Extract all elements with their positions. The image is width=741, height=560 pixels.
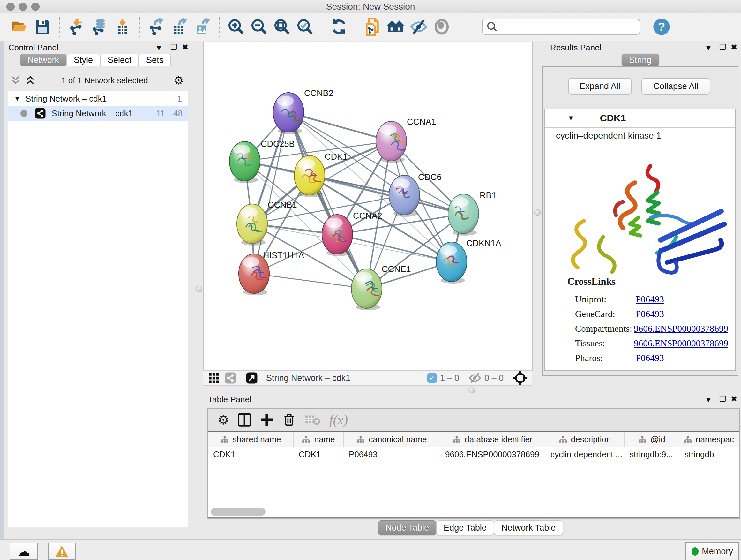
selected-checkbox-icon[interactable]: ✓ — [427, 373, 437, 383]
gene-collapse-icon[interactable]: ▼ — [567, 114, 575, 122]
gene-header-row[interactable]: ▼ CDK1 — [545, 109, 735, 128]
network-edge[interactable] — [254, 112, 288, 273]
grid-view-icon[interactable] — [208, 372, 220, 384]
bottom-splitter-handle[interactable] — [468, 387, 475, 393]
network-options-gear-icon[interactable]: ⚙ — [174, 75, 184, 86]
toolbar-separator — [355, 17, 356, 37]
import-network-database-icon[interactable] — [90, 17, 110, 37]
column-header-shared-name[interactable]: shared name — [208, 432, 293, 447]
collapse-all-button[interactable]: Collapse All — [642, 78, 711, 95]
hidden-count: 0 – 0 — [484, 373, 503, 383]
crosslink-link[interactable]: 9606.ENSP00000378699 — [634, 323, 728, 334]
hide-selected-icon[interactable] — [409, 17, 428, 37]
table-header-row: shared namenamecanonical namedatabase id… — [208, 432, 739, 447]
left-splitter-handle[interactable] — [196, 286, 202, 292]
network-node-count: 11 — [156, 109, 165, 118]
search-box[interactable] — [482, 19, 640, 35]
network-node-CCNE1[interactable] — [351, 269, 382, 310]
network-node-CDC25B[interactable] — [229, 141, 260, 183]
warnings-button[interactable] — [48, 543, 76, 560]
results-panel-collapse-icon[interactable]: ▼ — [704, 44, 712, 52]
tab-style[interactable]: Style — [66, 54, 100, 66]
network-row[interactable]: String Network – cdk1 11 48 — [8, 106, 188, 121]
control-panel-title: Control Panel — [8, 43, 59, 53]
network-edge[interactable] — [254, 273, 367, 289]
crosslink-link[interactable]: P06493 — [636, 294, 664, 305]
network-edge[interactable] — [288, 112, 367, 289]
table-cell: cyclin-dependent ... — [545, 447, 624, 462]
import-table-icon[interactable] — [113, 17, 132, 37]
right-splitter-handle[interactable] — [534, 209, 541, 216]
tab-node-table[interactable]: Node Table — [378, 520, 436, 535]
table-panel-close-icon[interactable]: ✖ — [731, 395, 737, 403]
tab-network-table[interactable]: Network Table — [494, 520, 563, 535]
expand-all-button[interactable]: Expand All — [568, 78, 632, 95]
collection-expand-icon[interactable]: ▼ — [14, 95, 20, 103]
column-header-database-identifier[interactable]: database identifier — [440, 432, 545, 447]
network-node-CCNB2[interactable] — [273, 92, 304, 134]
column-header-namespac[interactable]: namespac — [679, 432, 738, 447]
column-header-@id[interactable]: @id — [624, 432, 679, 447]
export-table-icon[interactable] — [170, 17, 189, 37]
birds-eye-view-icon[interactable] — [246, 372, 258, 384]
import-network-file-icon[interactable] — [67, 17, 86, 37]
crosslink-link[interactable]: 9606.ENSP00000378699 — [634, 338, 728, 349]
table-settings-gear-icon[interactable]: ⚙ — [218, 413, 229, 427]
search-input[interactable] — [500, 22, 639, 32]
gene-description: cyclin–dependent kinase 1 — [545, 128, 735, 144]
share-view-icon[interactable] — [224, 372, 237, 384]
collapse-all-chevron-icon[interactable] — [10, 75, 21, 86]
refresh-icon[interactable] — [329, 17, 349, 37]
tab-select[interactable]: Select — [100, 54, 139, 66]
table-horizontal-scrollbar[interactable] — [211, 508, 266, 516]
control-panel-collapse-icon[interactable]: ▼ — [155, 44, 163, 52]
network-node-CCNA1[interactable] — [376, 121, 407, 163]
show-all-icon[interactable] — [432, 17, 452, 37]
table-panel-collapse-icon[interactable]: ▼ — [704, 395, 712, 404]
fit-content-crosshair-icon[interactable] — [513, 371, 528, 385]
network-collection-row[interactable]: ▼ String Network – cdk1 1 — [8, 91, 188, 106]
zoom-fit-icon[interactable] — [272, 17, 292, 37]
help-icon[interactable]: ? — [652, 17, 671, 37]
cloud-button[interactable]: ☁ — [10, 543, 38, 560]
column-header-description[interactable]: description — [545, 432, 624, 447]
zoom-in-icon[interactable] — [226, 17, 246, 37]
tab-edge-table[interactable]: Edge Table — [436, 520, 494, 535]
share-document-icon[interactable] — [363, 17, 383, 37]
tab-sets[interactable]: Sets — [139, 54, 171, 66]
column-header-canonical-name[interactable]: canonical name — [344, 432, 440, 447]
column-header-name[interactable]: name — [293, 432, 344, 447]
show-columns-icon[interactable] — [238, 413, 252, 427]
network-node-CDKN1A[interactable] — [436, 242, 467, 284]
open-session-icon[interactable] — [10, 17, 30, 37]
control-panel-close-icon[interactable]: ✖ — [182, 43, 188, 52]
node-label-CCNB2: CCNB2 — [304, 88, 333, 98]
crosslink-row: Uniprot: P06493 — [575, 292, 728, 307]
export-network-icon[interactable] — [146, 17, 166, 37]
cytoscape-window: Session: New Session ? Control Panel — [0, 0, 741, 560]
tab-string[interactable]: String — [622, 54, 659, 66]
memory-button[interactable]: Memory — [685, 542, 739, 560]
hidden-eye-icon[interactable] — [468, 372, 481, 384]
zoom-selected-icon[interactable] — [295, 17, 315, 37]
crosslink-link[interactable]: P06493 — [636, 353, 664, 363]
zoom-out-icon[interactable] — [249, 17, 269, 37]
add-column-icon[interactable] — [260, 413, 274, 427]
save-session-icon[interactable] — [33, 17, 53, 37]
export-image-icon[interactable] — [192, 17, 212, 37]
control-panel-float-icon[interactable]: ❒ — [171, 43, 178, 52]
network-node-CCNB1[interactable] — [237, 204, 267, 246]
results-panel-title: Results Panel — [550, 43, 601, 53]
expand-all-chevron-icon[interactable] — [25, 75, 36, 86]
results-panel-float-icon[interactable]: ❒ — [719, 43, 726, 52]
delete-column-trash-icon[interactable] — [282, 413, 296, 427]
results-panel-close-icon[interactable]: ✖ — [731, 43, 737, 52]
table-panel-float-icon[interactable]: ❒ — [719, 395, 726, 403]
current-network-name: String Network – cdk1 — [266, 373, 350, 383]
network-overview-icon[interactable] — [386, 17, 406, 37]
tab-network[interactable]: Network — [20, 54, 66, 66]
crosslink-link[interactable]: P06493 — [636, 309, 664, 319]
network-canvas[interactable]: CCNB2CCNA1CDC25BCDK1CDC6RB1CCNB1CCNA2CDK… — [203, 42, 533, 371]
network-node-RB1[interactable] — [448, 194, 479, 236]
table-row[interactable]: CDK1CDK1P064939606.ENSP00000378699cyclin… — [208, 447, 739, 462]
